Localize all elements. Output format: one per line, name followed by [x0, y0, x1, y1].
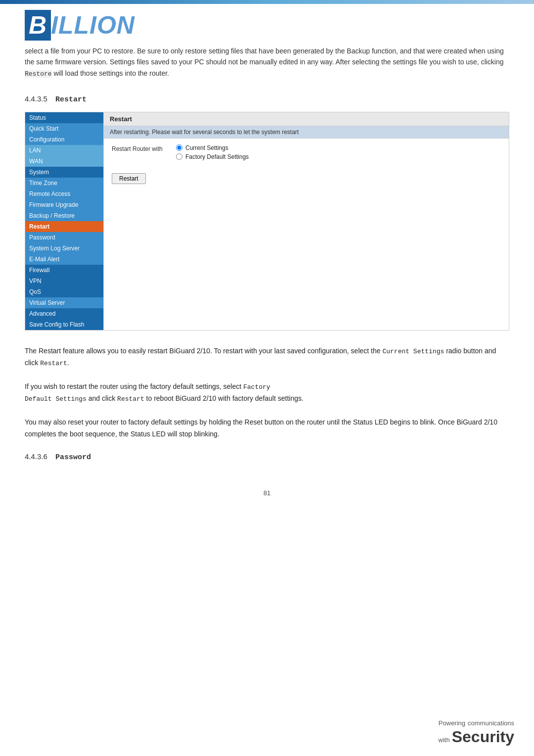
page-number: 81 — [264, 489, 270, 497]
branding-security-line: withSecurity — [439, 728, 514, 746]
sidebar-item-saveconfigtoflash[interactable]: Save Config to Flash — [25, 319, 103, 330]
sidebar-item-emailalert[interactable]: E-Mail Alert — [25, 254, 103, 265]
radio-current-settings[interactable]: Current Settings — [176, 144, 249, 151]
sidebar: Status Quick Start Configuration LAN WAN… — [25, 112, 104, 331]
branding-security-text: Security — [452, 728, 514, 746]
radio-factory-input[interactable] — [176, 153, 182, 160]
panel-subtitle: After restarting. Please wait for severa… — [104, 126, 509, 139]
logo-b-letter: B — [29, 11, 47, 39]
sidebar-item-timezone[interactable]: Time Zone — [25, 178, 103, 189]
sidebar-item-systemlogserver[interactable]: System Log Server — [25, 243, 103, 254]
panel-title: Restart — [104, 112, 509, 126]
panel-area: Status Quick Start Configuration LAN WAN… — [25, 112, 509, 331]
sidebar-item-qos[interactable]: QoS — [25, 286, 103, 297]
sidebar-item-quickstart[interactable]: Quick Start — [25, 123, 103, 134]
panel-button-row: Restart — [104, 171, 509, 190]
sidebar-item-vpn[interactable]: VPN — [25, 276, 103, 286]
radio-current-input[interactable] — [176, 144, 182, 151]
logo-b-block: B — [25, 10, 51, 41]
sidebar-item-firewall[interactable]: Firewall — [25, 265, 103, 276]
body-section-3: You may also reset your router to factor… — [25, 417, 509, 440]
restart-button[interactable]: Restart — [112, 173, 146, 184]
section-435-heading: 4.4.3.5 Restart — [25, 94, 509, 104]
sidebar-item-wan[interactable]: WAN — [25, 156, 103, 167]
panel-row-label: Restart Router with — [112, 144, 166, 152]
sidebar-item-password[interactable]: Password — [25, 232, 103, 243]
logo-illion: ILLION — [51, 11, 135, 39]
sidebar-item-virtualserver[interactable]: Virtual Server — [25, 297, 103, 308]
body-section-2: If you wish to restart the router using … — [25, 381, 509, 405]
section-436-heading: 4.4.3.6 Password — [25, 452, 509, 462]
sidebar-item-firmwareupgrade[interactable]: Firmware Upgrade — [25, 199, 103, 210]
logo: B ILLION — [25, 10, 509, 41]
branding-powering-line: Powering communications — [439, 717, 514, 728]
body-section-1: The Restart feature allows you to easily… — [25, 345, 509, 369]
sidebar-item-lan[interactable]: LAN — [25, 145, 103, 156]
top-bar — [0, 0, 534, 4]
right-panel: Restart After restarting. Please wait fo… — [104, 112, 509, 331]
branding-communications: communications — [468, 719, 514, 727]
logo-area: B ILLION — [0, 4, 534, 41]
sidebar-item-status[interactable]: Status — [25, 112, 103, 123]
sidebar-item-restart[interactable]: Restart — [25, 221, 103, 232]
panel-row-restart: Restart Router with Current Settings Fac… — [112, 144, 501, 160]
main-content: select a file from your PC to restore. B… — [0, 41, 534, 484]
panel-body: Restart Router with Current Settings Fac… — [104, 139, 509, 171]
sidebar-item-remoteaccess[interactable]: Remote Access — [25, 189, 103, 199]
sidebar-item-system[interactable]: System — [25, 167, 103, 178]
branding-powering-text: Powering — [439, 717, 468, 727]
intro-paragraph: select a file from your PC to restore. B… — [25, 46, 509, 80]
sidebar-item-configuration[interactable]: Configuration — [25, 134, 103, 145]
sidebar-item-advanced[interactable]: Advanced — [25, 308, 103, 319]
radio-group: Current Settings Factory Default Setting… — [176, 144, 249, 160]
radio-factory-defaults[interactable]: Factory Default Settings — [176, 153, 249, 160]
branding-with-text: with — [439, 736, 450, 744]
sidebar-item-backuprestore[interactable]: Backup / Restore — [25, 210, 103, 221]
branding: Powering communications withSecurity — [439, 717, 514, 746]
page-footer: 81 — [0, 484, 534, 502]
